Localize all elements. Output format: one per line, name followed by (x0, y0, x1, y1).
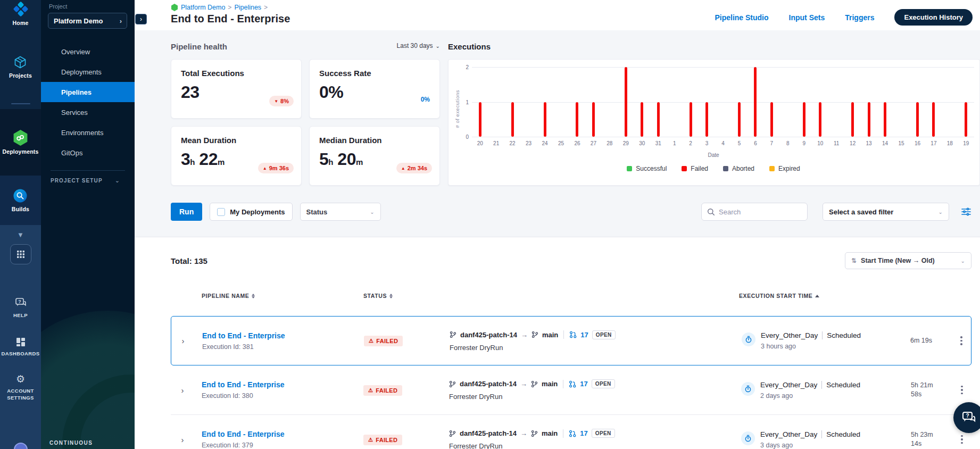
rail-item-help[interactable]: ? HELP (13, 297, 28, 319)
project-setup-label: PROJECT SETUP (51, 178, 103, 184)
pipeline-name-link[interactable]: End to End - Enterprise (202, 331, 358, 340)
scheduled-trigger-icon (742, 332, 755, 346)
execution-row[interactable]: › End to End - Enterprise Execution Id: … (171, 365, 971, 415)
tab-input-sets[interactable]: Input Sets (789, 13, 825, 22)
sidebar-item-pipelines[interactable]: Pipelines (41, 82, 135, 102)
chart-x-tick: 15 (898, 140, 904, 146)
median-duration-delta-badge: ▲2m 34s (396, 163, 432, 173)
chart-bar-slot: 20 (472, 67, 488, 151)
saved-filter-dropdown[interactable]: Select a saved filter ⌄ (823, 203, 949, 221)
chart-bar-slot: 13 (861, 67, 877, 151)
pipeline-health-section: Pipeline health Last 30 days ⌄ Total Exe… (171, 42, 440, 186)
git-branch-icon (449, 380, 456, 388)
rail-item-dashboards[interactable]: DASHBOARDS (1, 337, 39, 357)
my-deployments-label: My Deployments (230, 208, 285, 216)
chart-bar-slot: 15 (893, 67, 909, 151)
run-button[interactable]: Run (171, 203, 202, 221)
execution-row[interactable]: › End to End - Enterprise Execution Id: … (171, 415, 971, 449)
target-branch[interactable]: main (542, 429, 558, 437)
execution-row[interactable]: › End to End - Enterprise Execution Id: … (171, 316, 971, 365)
chart-x-tick: 9 (803, 140, 806, 146)
chart-x-tick: 11 (834, 140, 839, 146)
status-badge-failed: ⚠FAILED (364, 336, 403, 346)
rail-item-account-settings[interactable]: ⚙ ACCOUNT SETTINGS (0, 374, 41, 401)
sidebar-item-services[interactable]: Services (41, 102, 135, 122)
status-badge-failed: ⚠FAILED (363, 385, 402, 396)
divider (563, 330, 564, 339)
page-header: Platform Demo > Pipelines > End to End -… (135, 0, 980, 30)
rail-bottom-section: ▼ ? HELP DASHBOARDS ⚙ ACCOUNT SETTINGS (0, 225, 41, 449)
rail-item-projects[interactable]: Projects (9, 55, 32, 79)
rail-divider (11, 103, 30, 104)
help-chat-fab[interactable]: ? (953, 402, 980, 433)
chart-x-tick: 12 (850, 140, 856, 146)
chat-help-icon: ? (961, 411, 976, 425)
my-deployments-filter[interactable]: My Deployments (210, 203, 292, 221)
breadcrumb-pipelines[interactable]: Pipelines (234, 4, 261, 11)
column-header-status[interactable]: STATUS (357, 293, 442, 299)
column-header-execution-start-time[interactable]: EXECUTION START TIME (734, 293, 901, 299)
module-picker-button[interactable] (10, 244, 31, 264)
breadcrumb-separator: > (264, 4, 268, 11)
rail-collapse-icon[interactable]: ▼ (17, 231, 24, 239)
row-menu-button[interactable] (952, 435, 971, 444)
chart-bar-slot: 29 (618, 67, 634, 151)
status-dropdown[interactable]: Status ⌄ (300, 203, 381, 221)
source-branch[interactable]: danf425-patch-14 (460, 380, 517, 388)
source-branch[interactable]: danf425-patch-14 (460, 429, 517, 437)
chart-y-ticks: 2 1 0 (461, 67, 472, 151)
project-setup-toggle[interactable]: PROJECT SETUP ⌄ (41, 177, 135, 184)
tab-execution-history[interactable]: Execution History (894, 9, 973, 26)
user-avatar[interactable] (14, 443, 28, 449)
row-expand-chevron[interactable]: › (171, 336, 195, 345)
search-input[interactable] (719, 208, 802, 216)
pipeline-name-link[interactable]: End to End - Enterprise (202, 380, 357, 389)
project-selector[interactable]: Platform Demo › (48, 13, 127, 29)
tab-pipeline-studio[interactable]: Pipeline Studio (715, 13, 768, 22)
row-menu-button[interactable] (952, 336, 971, 345)
divider (821, 381, 822, 389)
source-branch[interactable]: danf425-patch-14 (460, 331, 517, 339)
chevron-right-icon: › (120, 17, 122, 25)
row-expand-chevron[interactable]: › (171, 435, 194, 444)
column-header-pipeline-name[interactable]: PIPELINE NAME (194, 293, 357, 299)
chart-x-tick: 30 (639, 140, 645, 146)
pr-number[interactable]: 17 (580, 380, 587, 388)
rail-item-home[interactable]: Home (13, 1, 29, 26)
project-sidebar: Project Platform Demo › Overview Deploym… (41, 0, 135, 449)
chevron-down-icon: ⌄ (961, 258, 965, 264)
pr-number[interactable]: 17 (580, 331, 588, 339)
sidebar-nav: Overview Deployments Pipelines Services … (41, 41, 135, 163)
sort-dropdown[interactable]: ⇅ Start Time (New → Old) ⌄ (845, 252, 971, 269)
sidebar-item-environments[interactable]: Environments (41, 122, 135, 143)
card-mean-duration: Mean Duration 3h 22m ▲9m 36s (171, 126, 302, 186)
row-menu-button[interactable] (952, 386, 971, 395)
breadcrumb-project[interactable]: Platform Demo (181, 4, 225, 11)
executions-table-section: Total: 135 ⇅ Start Time (New → Old) ⌄ PI… (135, 237, 980, 449)
chart-bar-slot: 24 (537, 67, 553, 151)
chart-bar (884, 102, 886, 137)
pr-number[interactable]: 17 (580, 429, 587, 437)
sidebar-expand-button[interactable]: › (135, 14, 147, 24)
target-branch[interactable]: main (542, 380, 558, 388)
chart-x-tick: 24 (542, 140, 547, 146)
target-branch[interactable]: main (542, 331, 558, 339)
chart-bar-slot: 2 (683, 67, 699, 151)
rail-module-deployments[interactable]: Deployments (0, 109, 41, 176)
tab-triggers[interactable]: Triggers (845, 13, 874, 22)
pipeline-name-link[interactable]: End to End - Enterprise (202, 430, 357, 438)
sidebar-item-overview[interactable]: Overview (41, 41, 135, 62)
sidebar-item-deployments[interactable]: Deployments (41, 62, 135, 82)
row-expand-chevron[interactable]: › (171, 386, 194, 395)
rail-module-builds[interactable]: Builds (0, 176, 41, 225)
rail-item-label: ACCOUNT SETTINGS (2, 387, 39, 401)
main-area: › Platform Demo > Pipelines > End to End… (135, 0, 980, 449)
chart-bar-slot: 1 (666, 67, 682, 151)
filter-settings-button[interactable] (961, 207, 971, 217)
my-deployments-checkbox[interactable] (217, 208, 225, 216)
success-rate-aside: 0% (421, 96, 430, 103)
time-range-dropdown[interactable]: Last 30 days ⌄ (397, 42, 440, 49)
time-range-label: Last 30 days (397, 42, 433, 49)
sidebar-item-gitops[interactable]: GitOps (41, 143, 135, 163)
chart-bar (657, 102, 660, 137)
